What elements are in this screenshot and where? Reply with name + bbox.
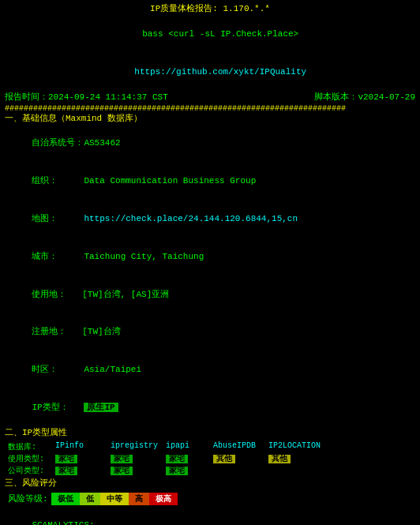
org-label: 组织： (32, 176, 84, 186)
usage-ip2loc: 其他 (268, 455, 291, 463)
github-link[interactable]: https://github.com/xykt/IPQuality (134, 67, 306, 77)
db-ipinfo: IPinfo (55, 441, 111, 452)
company-ipinfo: 家宅 (55, 467, 77, 475)
reg-label: 注册地： (32, 327, 82, 336)
risk-med: 中等 (100, 493, 129, 505)
section1-title: 一、基础信息（Maxmind 数据库） (5, 113, 415, 126)
org-row: 组织： Data Communication Business Group (5, 163, 415, 201)
section3-title: 三、风险评分 (5, 478, 415, 490)
usage-ipinfo: 家宅 (55, 455, 77, 463)
city-val: Taichung City, Taichung (84, 252, 204, 261)
risk-high: 高 (129, 493, 149, 505)
city-row: 城市： Taichung City, Taichung (5, 238, 415, 276)
tz-label: 时区： (32, 365, 84, 374)
hash-divider: ########################################… (5, 104, 415, 113)
scamalytics-row: SCAMALYTICS: 0|低风险 (5, 507, 415, 525)
asn-val: AS53462 (84, 138, 120, 148)
iptype-row: IP类型： 原生IP (5, 389, 415, 427)
db-label: 数据库: (8, 441, 55, 452)
usage-type-row: 使用类型: 家宅 家宅 家宅 其他 其他 (8, 453, 415, 464)
asn-row: 自治系统号：AS53462 (5, 125, 415, 163)
report-time: 报告时间：2024-09-24 11:14:37 CST (5, 92, 168, 104)
usage-label: 使用地： (32, 290, 82, 299)
tz-val: Asia/Taipei (84, 365, 141, 374)
iptype-label: IP类型： (32, 403, 84, 412)
db-headers-row: 数据库: IPinfo ipregistry ipapi AbuseIPDB I… (8, 441, 415, 452)
usage-ipregistry: 家宅 (111, 455, 133, 463)
usage-type-label: 使用类型: (8, 453, 55, 464)
city-label: 城市： (32, 252, 84, 261)
reg-val: [TW]台湾 (82, 327, 120, 336)
report-cmd: bass <curl -sL IP.Check.Place> (5, 16, 415, 54)
company-ipregistry: 家宅 (111, 467, 133, 475)
tz-row: 时区： Asia/Taipei (5, 351, 415, 389)
report-meta: 报告时间：2024-09-24 11:14:37 CST 脚本版本：v2024-… (5, 92, 415, 104)
scamalytics-label: SCAMALYTICS: (32, 520, 99, 525)
db-ipregistry: ipregistry (111, 441, 166, 452)
risk-level-row: 风险等级: 极低 低 中等 高 极高 (8, 492, 415, 505)
db-ip2location: IP2LOCATION (268, 441, 324, 452)
company-type-label: 公司类型: (8, 465, 55, 476)
db-abuseipdb: AbuseIPDB (213, 441, 268, 452)
iptype-val: 原生IP (84, 403, 118, 412)
section2-title: 二、IP类型属性 (5, 427, 415, 440)
company-ipapi: 家宅 (166, 467, 188, 475)
usage-ipapi: 家宅 (166, 455, 188, 463)
usage-val: [TW]台湾, [AS]亚洲 (82, 290, 169, 299)
db-ipapi: ipapi (166, 441, 213, 452)
risk-bar: 极低 低 中等 高 极高 (51, 493, 178, 505)
github-link-line: https://github.com/xykt/IPQuality (5, 54, 415, 92)
script-version: 脚本版本：v2024-07-29 (314, 92, 415, 104)
location-label: 地图： (32, 214, 84, 223)
risk-very-high: 极高 (149, 493, 178, 505)
org-val: Data Communication Business Group (84, 176, 256, 186)
usage-row: 使用地： [TW]台湾, [AS]亚洲 (5, 276, 415, 314)
risk-very-low: 极低 (51, 493, 80, 505)
asn-label: 自治系统号： (32, 138, 84, 148)
cmd-text: bass <curl -sL IP.Check.Place> (142, 29, 298, 39)
location-row: 地图： https://check.place/24.144.120.6844,… (5, 201, 415, 238)
risk-low: 低 (80, 493, 100, 505)
report-title: IP质量体检报告: 1.170.*.* (5, 3, 415, 16)
map-link[interactable]: https://check.place/24.144.120.6844,15,c… (84, 214, 298, 223)
risk-level-label: 风险等级: (8, 493, 48, 504)
company-type-row: 公司类型: 家宅 家宅 家宅 (8, 465, 415, 476)
reg-row: 注册地： [TW]台湾 (5, 314, 415, 352)
usage-abuseipdb: 其他 (213, 455, 235, 463)
report-container: IP质量体检报告: 1.170.*.* bass <curl -sL IP.Ch… (5, 3, 415, 525)
